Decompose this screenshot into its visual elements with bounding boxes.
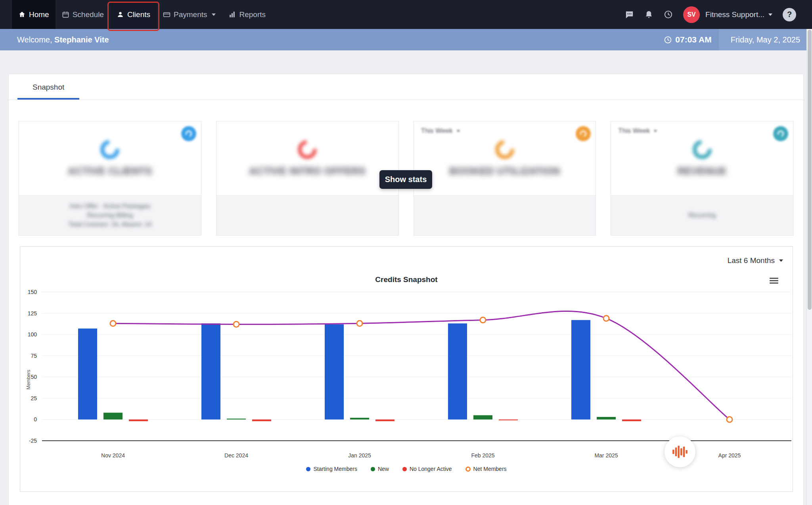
barcode-icon	[672, 445, 688, 458]
chevron-down-icon	[457, 130, 460, 132]
legend-item[interactable]: No Longer Active	[402, 466, 452, 472]
chevron-down-icon	[654, 130, 657, 132]
current-time: 07:03 AM	[664, 35, 711, 44]
stat-card-footer: Recurring	[611, 195, 793, 235]
tab-snapshot[interactable]: Snapshot	[17, 74, 79, 100]
stat-card-title: ACTIVE CLIENTS	[68, 165, 152, 177]
range-label: Last 6 Months	[728, 256, 775, 265]
donut-chart-icon	[97, 136, 124, 163]
svg-text:0: 0	[34, 416, 37, 422]
stat-card-upper: This Week BOOKED UTILIZATION	[414, 121, 596, 195]
date-range-selector[interactable]: Last 6 Months	[728, 256, 783, 265]
legend-dot-icon	[402, 467, 407, 471]
nav-item-reports[interactable]: Reports	[222, 0, 272, 29]
period-label: This Week	[421, 127, 453, 135]
help-button[interactable]: ?	[783, 8, 796, 21]
date-text: Friday, May 2, 2025	[731, 35, 800, 44]
welcome-user-name: Stephanie Vite	[54, 35, 109, 44]
navbar-right: SV Fitness Support... ?	[625, 0, 812, 29]
svg-text:150: 150	[28, 289, 37, 295]
chevron-down-icon	[768, 13, 772, 16]
nav-item-clients[interactable]: Clients	[110, 0, 157, 29]
chevron-down-icon	[779, 259, 783, 262]
stat-line: Intro Offer - Active Packages	[70, 203, 150, 210]
legend-item[interactable]: Starting Members	[306, 466, 357, 472]
person-icon	[117, 11, 124, 18]
stat-card-footer	[216, 195, 398, 235]
loading-indicator	[665, 436, 695, 467]
show-stats-button[interactable]: Show stats	[379, 170, 432, 189]
nav-label: Home	[29, 10, 49, 19]
welcome-bar: Welcome, Stephanie Vite 07:03 AM Friday,…	[0, 29, 812, 50]
period-selector[interactable]: This Week	[618, 127, 657, 135]
stat-card-active-clients: ACTIVE CLIENTS Intro Offer - Active Pack…	[19, 121, 201, 236]
stat-card-title: ACTIVE INTRO OFFERS	[249, 165, 366, 177]
stat-line: Recurring	[688, 212, 716, 219]
calendar-icon	[62, 11, 69, 18]
legend-label: Starting Members	[313, 466, 357, 472]
stat-card-upper: ACTIVE CLIENTS	[19, 121, 201, 195]
svg-text:Jan 2025: Jan 2025	[348, 452, 371, 459]
nav-label: Reports	[239, 10, 266, 19]
refresh-badge-icon[interactable]	[181, 126, 196, 141]
svg-text:75: 75	[31, 353, 37, 359]
chevron-down-icon	[212, 13, 216, 16]
bar-chart-icon	[228, 11, 236, 18]
welcome-message: Welcome, Stephanie Vite	[17, 35, 109, 44]
svg-text:Feb 2025: Feb 2025	[471, 452, 494, 459]
bell-icon[interactable]	[644, 10, 653, 19]
legend-dot-icon	[306, 467, 310, 471]
svg-text:100: 100	[28, 331, 37, 338]
donut-chart-icon	[294, 136, 321, 163]
refresh-badge-icon[interactable]	[773, 126, 788, 141]
stat-line: Recurring Billing	[87, 212, 133, 219]
credits-snapshot-panel: Last 6 Months Credits Snapshot Members -…	[20, 246, 793, 492]
nav-label: Schedule	[73, 10, 104, 19]
ring-glyph	[184, 129, 193, 138]
payments-card-icon	[163, 11, 170, 18]
nav-item-home[interactable]: Home	[12, 0, 56, 29]
nav-label: Payments	[174, 10, 207, 19]
nav-item-payments[interactable]: Payments	[157, 0, 222, 29]
welcome-greeting: Welcome,	[17, 35, 52, 44]
home-icon	[18, 11, 26, 18]
legend-label: Net Members	[473, 466, 507, 472]
stat-card-title: BOOKED UTILIZATION	[449, 165, 560, 177]
legend-item[interactable]: Net Members	[465, 466, 507, 472]
scrollbar-thumb[interactable]	[808, 30, 812, 310]
scrollbar-track	[806, 29, 812, 505]
svg-text:125: 125	[28, 310, 37, 317]
stat-card-upper: ACTIVE INTRO OFFERS	[216, 121, 398, 195]
legend-ring-icon	[465, 467, 471, 472]
account-menu[interactable]: Fitness Support...	[705, 10, 772, 19]
stat-card-booked-utilization: This Week BOOKED UTILIZATION	[414, 121, 596, 236]
donut-chart-icon	[491, 136, 518, 163]
donut-chart-icon	[689, 136, 716, 163]
legend-label: New	[378, 466, 389, 472]
top-navbar: Home Schedule Clients Payments Reports S…	[0, 0, 812, 29]
clock-icon[interactable]	[664, 10, 673, 19]
nav-item-schedule[interactable]: Schedule	[56, 0, 110, 29]
stat-card-title: REVENUE	[677, 165, 726, 177]
legend-label: No Longer Active	[410, 466, 452, 472]
stat-card-upper: This Week REVENUE	[611, 121, 793, 195]
refresh-badge-icon[interactable]	[576, 126, 591, 141]
svg-text:Nov 2024: Nov 2024	[101, 452, 125, 459]
period-label: This Week	[618, 127, 650, 135]
user-avatar[interactable]: SV	[683, 6, 700, 23]
legend-item[interactable]: New	[371, 466, 389, 472]
period-selector[interactable]: This Week	[421, 127, 460, 135]
stat-card-revenue: This Week REVENUE Recurring	[611, 121, 793, 236]
ring-glyph	[579, 129, 588, 138]
svg-text:Mar 2025: Mar 2025	[594, 452, 618, 459]
stat-card-footer	[414, 195, 596, 235]
chat-icon[interactable]	[625, 10, 634, 19]
svg-text:Apr 2025: Apr 2025	[718, 452, 741, 459]
welcome-bar-right: 07:03 AM Friday, May 2, 2025	[664, 29, 812, 50]
svg-text:50: 50	[31, 374, 37, 380]
current-date: Friday, May 2, 2025	[719, 29, 812, 50]
svg-text:-25: -25	[29, 438, 37, 444]
svg-text:25: 25	[31, 395, 37, 401]
stat-line: Total Contract: 19, Absent: 14	[68, 221, 151, 228]
time-text: 07:03 AM	[675, 35, 711, 44]
